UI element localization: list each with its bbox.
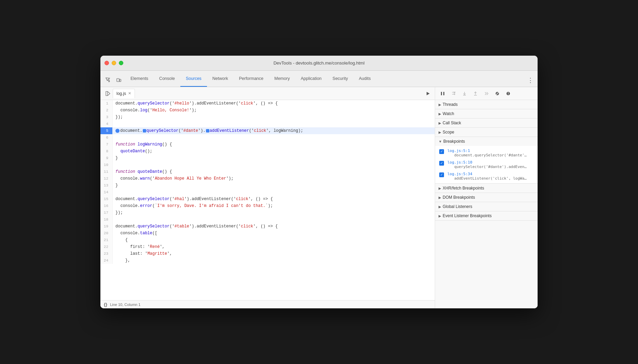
code-line-16: 16 console.error(`I'm sorry, Dave. I'm a… (100, 202, 435, 209)
deactivate-breakpoints-button[interactable] (493, 89, 502, 98)
global-listeners-header[interactable]: ▶ Global Listeners (435, 202, 538, 211)
bp-location-3: log.js:5:34 (447, 172, 472, 176)
breakpoint-check-2[interactable] (439, 161, 444, 166)
inspect-element-icon[interactable] (103, 75, 113, 85)
pause-resume-button[interactable] (438, 89, 447, 98)
bp-code-1: document.querySelector('#dante'… (447, 153, 533, 157)
code-line-24: 24 }, (100, 257, 435, 264)
scope-label: Scope (443, 130, 454, 135)
breakpoint-check-1[interactable] (439, 149, 444, 154)
code-line-12: 12 console.warn('Abandon Hope All Ye Who… (100, 175, 435, 182)
file-tab-name: log.js (116, 91, 126, 96)
tab-bar: Elements Console Sources Network Perform… (100, 71, 538, 87)
devtools-window: DevTools - devtools.glitch.me/console/lo… (100, 56, 538, 308)
code-line-22: 22 first: 'René', (100, 243, 435, 250)
code-line-8: 8 quoteDante(); (100, 148, 435, 155)
xhr-breakpoints-header[interactable]: ▶ XHR/fetch Breakpoints (435, 184, 538, 193)
svg-marker-3 (427, 92, 430, 95)
watch-header[interactable]: ▶ Watch (435, 109, 538, 118)
svg-rect-5 (443, 92, 444, 95)
code-line-5: 5 document.querySelector('#dante').​addE… (100, 127, 435, 134)
step-out-button[interactable] (471, 89, 480, 98)
code-editor[interactable]: 1 document.querySelector('#hello').addEv… (100, 100, 435, 300)
breakpoints-section: ▼ Breakpoints log.js:5:1 document.queryS… (435, 137, 538, 184)
dom-breakpoints-header[interactable]: ▶ DOM Breakpoints (435, 193, 538, 202)
call-stack-label: Call Stack (443, 121, 461, 125)
event-listener-chevron: ▶ (439, 214, 441, 218)
tab-sources[interactable]: Sources (180, 71, 207, 87)
tab-audits[interactable]: Audits (353, 71, 376, 87)
breakpoint-check-3[interactable] (439, 172, 444, 177)
xhr-chevron: ▶ (439, 186, 441, 190)
breakpoints-chevron: ▼ (439, 140, 442, 143)
pretty-print-icon[interactable]: {} (104, 302, 107, 307)
svg-rect-15 (508, 94, 509, 95)
close-file-icon[interactable]: ✕ (128, 92, 131, 95)
code-line-10: 10 (100, 162, 435, 168)
call-stack-header[interactable]: ▶ Call Stack (435, 118, 538, 127)
bp-code-2: querySelector('#dante').addEven… (447, 165, 533, 169)
open-file-icon[interactable] (103, 89, 113, 98)
code-line-19: 19 document.querySelector('#table').addE… (100, 223, 435, 230)
svg-rect-1 (120, 79, 121, 82)
status-bar: {} Line 10, Column 1 (100, 300, 435, 308)
step-into-button[interactable] (460, 89, 469, 98)
breakpoints-header[interactable]: ▼ Breakpoints (435, 137, 538, 146)
pause-on-exceptions-button[interactable] (503, 89, 513, 98)
watch-section: ▶ Watch (435, 109, 538, 118)
xhr-label: XHR/fetch Breakpoints (443, 186, 484, 191)
breakpoint-item-2[interactable]: log.js:5:10 querySelector('#dante').addE… (435, 159, 538, 170)
maximize-button[interactable] (119, 61, 123, 65)
file-tab-logjs[interactable]: log.js ✕ (113, 89, 135, 98)
breakpoint-item-1[interactable]: log.js:5:1 document.querySelector('#dant… (435, 147, 538, 159)
tab-application[interactable]: Application (295, 71, 327, 87)
event-listener-breakpoints-section: ▶ Event Listener Breakpoints (435, 211, 538, 221)
minimize-button[interactable] (112, 61, 116, 65)
execute-snippet-icon[interactable] (424, 89, 432, 98)
title-bar: DevTools - devtools.glitch.me/console/lo… (100, 56, 538, 71)
code-line-21: 21 { (100, 237, 435, 243)
xhr-breakpoints-section: ▶ XHR/fetch Breakpoints (435, 184, 538, 193)
code-line-1: 1 document.querySelector('#hello').addEv… (100, 100, 435, 107)
dom-label: DOM Breakpoints (443, 195, 475, 200)
cursor-position: Line 10, Column 1 (110, 303, 140, 307)
call-stack-section: ▶ Call Stack (435, 118, 538, 128)
event-listener-breakpoints-header[interactable]: ▶ Event Listener Breakpoints (435, 211, 538, 220)
threads-section: ▶ Threads (435, 100, 538, 109)
main-content: log.js ✕ 1 document.querySelector('#hell (100, 87, 538, 308)
code-line-3: 3 }); (100, 114, 435, 121)
tab-network[interactable]: Network (207, 71, 234, 87)
dom-breakpoints-section: ▶ DOM Breakpoints (435, 193, 538, 202)
dom-chevron: ▶ (439, 196, 441, 199)
device-toggle-icon[interactable] (114, 75, 124, 85)
code-line-11: 11 function quoteDante() { (100, 168, 435, 175)
code-line-13: 13 } (100, 182, 435, 189)
tab-security[interactable]: Security (327, 71, 353, 87)
close-button[interactable] (105, 61, 109, 65)
tab-memory[interactable]: Memory (269, 71, 295, 87)
file-tab-bar: log.js ✕ (100, 87, 435, 100)
threads-header[interactable]: ▶ Threads (435, 100, 538, 109)
global-listeners-section: ▶ Global Listeners (435, 202, 538, 211)
step-over-button[interactable] (449, 89, 458, 98)
code-line-17: 17 }); (100, 209, 435, 216)
right-panel: ▶ Threads ▶ Watch ▶ Call Stack (435, 87, 538, 308)
more-tabs-icon[interactable]: ⋮ (523, 76, 538, 87)
bp-location-2: log.js:5:10 (447, 160, 472, 165)
breakpoint-item-3[interactable]: log.js:5:34 addEventListener('click', lo… (435, 170, 538, 182)
threads-chevron: ▶ (439, 103, 441, 107)
code-line-14: 14 (100, 189, 435, 196)
svg-rect-0 (117, 79, 119, 82)
code-line-7: 7 function logWarning() { (100, 141, 435, 148)
code-line-4: 4 (100, 121, 435, 127)
watch-chevron: ▶ (439, 112, 441, 116)
step-button[interactable] (482, 89, 491, 98)
scope-header[interactable]: ▶ Scope (435, 128, 538, 137)
window-title: DevTools - devtools.glitch.me/console/lo… (274, 60, 365, 66)
scope-section: ▶ Scope (435, 128, 538, 137)
event-listener-label: Event Listener Breakpoints (443, 213, 491, 218)
tab-performance[interactable]: Performance (234, 71, 269, 87)
tab-elements[interactable]: Elements (125, 71, 154, 87)
tab-console[interactable]: Console (154, 71, 180, 87)
watch-label: Watch (443, 111, 454, 116)
